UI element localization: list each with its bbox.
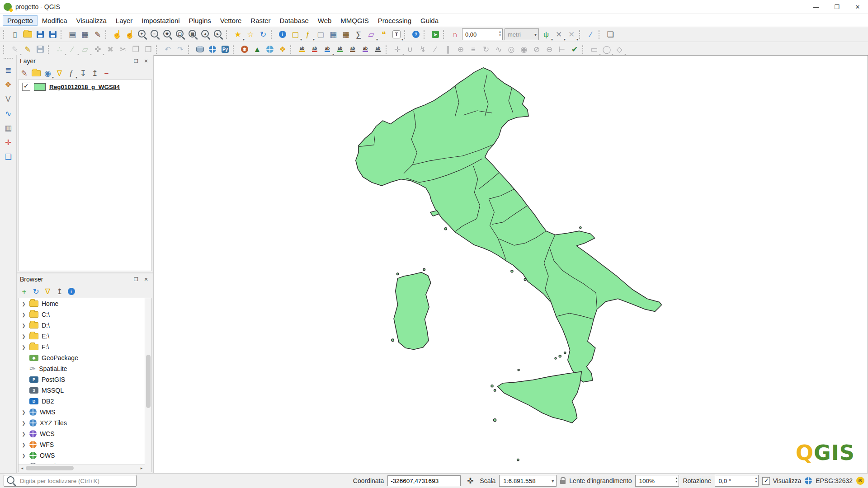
- move-label[interactable]: ab: [346, 43, 359, 56]
- save-project-as[interactable]: [47, 28, 59, 41]
- snapping-tolerance[interactable]: 0,00: [462, 28, 503, 40]
- add-raster-layer[interactable]: ▦: [2, 122, 14, 134]
- crs-status[interactable]: EPSG:32632: [816, 477, 853, 484]
- spinner-arrows-icon[interactable]: [499, 30, 501, 38]
- merge-features[interactable]: ⊕: [454, 43, 467, 56]
- expand-all[interactable]: ↧: [77, 68, 89, 79]
- browser-horizontal-scrollbar[interactable]: [19, 464, 145, 472]
- qgis2web-plugin[interactable]: [264, 43, 276, 56]
- digitize-polygon[interactable]: ▱: [79, 43, 91, 56]
- island-lampedusa[interactable]: [517, 459, 519, 461]
- open-attribute-table[interactable]: ▦: [327, 28, 340, 41]
- add-ring[interactable]: ◎: [505, 43, 518, 56]
- snapping-toggle[interactable]: ∩: [448, 28, 461, 41]
- pan-to-selection[interactable]: ☝: [123, 28, 136, 41]
- layer-diagram-options[interactable]: ab: [308, 43, 321, 56]
- new-project[interactable]: ▯: [9, 28, 21, 41]
- toggle-editing[interactable]: ✎: [21, 43, 34, 56]
- db-manager[interactable]: [193, 43, 206, 56]
- text-annotation[interactable]: T: [390, 28, 403, 41]
- menu-visualizza[interactable]: Visualizza: [72, 15, 111, 26]
- menu-raster[interactable]: Raster: [246, 15, 275, 26]
- add-curve-layer[interactable]: ∿: [2, 107, 14, 120]
- statistics-summary[interactable]: ∑: [352, 28, 365, 41]
- region-sicily[interactable]: [498, 371, 582, 423]
- add-part[interactable]: ◉: [518, 43, 530, 56]
- refresh-map[interactable]: ↻: [257, 28, 269, 41]
- expand-chevron-icon[interactable]: [21, 442, 26, 447]
- delete-part[interactable]: ⊖: [543, 43, 556, 56]
- menu-mmqgis[interactable]: MMQGIS: [336, 15, 373, 26]
- text-annotation-dropdown-arrow[interactable]: [401, 38, 403, 42]
- collapse-all-browser[interactable]: ↥: [54, 286, 65, 297]
- highlight-pinned-labels[interactable]: ab: [334, 43, 346, 56]
- field-calculator[interactable]: ▦: [340, 28, 352, 41]
- browser-item-xyz-tiles[interactable]: XYZ Tiles: [19, 418, 151, 428]
- pin-labels[interactable]: ab: [321, 43, 334, 56]
- refresh-browser[interactable]: ↻: [30, 286, 42, 297]
- browser-item-d[interactable]: D:\: [19, 320, 151, 331]
- island-tremiti[interactable]: [580, 227, 581, 229]
- tracing-toggle[interactable]: ψ: [540, 28, 552, 41]
- layer-name[interactable]: Reg01012018_g_WGS84: [49, 84, 120, 90]
- messages-icon[interactable]: [856, 477, 864, 485]
- scroll-left-icon[interactable]: [19, 466, 26, 470]
- vertex-tool[interactable]: ✛: [391, 43, 404, 56]
- new-print-layout[interactable]: ▤: [66, 28, 79, 41]
- new-bookmark[interactable]: ★: [231, 28, 244, 41]
- expand-chevron-icon[interactable]: [21, 410, 26, 415]
- show-bookmarks[interactable]: ☆: [244, 28, 257, 41]
- digitize-point[interactable]: ∴: [53, 43, 66, 56]
- scrollbar-thumb[interactable]: [146, 355, 151, 408]
- shape-ellipse[interactable]: ◯: [600, 43, 613, 56]
- data-source-manager[interactable]: ≣: [2, 64, 14, 76]
- browser-item-ows[interactable]: OWS: [19, 450, 151, 461]
- open-project[interactable]: [21, 28, 34, 41]
- measure-line[interactable]: ▱: [365, 28, 377, 41]
- georeferencer[interactable]: ❖: [276, 43, 289, 56]
- zoom-last[interactable]: ◂: [199, 28, 212, 41]
- chevron-down-icon[interactable]: [534, 32, 537, 37]
- add-group[interactable]: [30, 68, 42, 79]
- osm-place-search[interactable]: ➤: [429, 28, 442, 41]
- plugin-tool[interactable]: ✱: [238, 43, 251, 56]
- close-button[interactable]: ✕: [847, 0, 868, 14]
- processing-tools[interactable]: ❏: [2, 150, 14, 163]
- menu-processing[interactable]: Processing: [373, 15, 416, 26]
- layer-checkbox[interactable]: [22, 83, 30, 91]
- zoom-to-layer[interactable]: ▤: [187, 28, 199, 41]
- browser-properties[interactable]: i: [66, 286, 77, 297]
- checkbox-icon[interactable]: [762, 477, 770, 485]
- scroll-right-icon[interactable]: [138, 466, 145, 470]
- spinner-arrows-icon[interactable]: [755, 476, 758, 484]
- render-checkbox[interactable]: Visualizza: [762, 477, 801, 485]
- add-selected-layers[interactable]: +: [19, 286, 30, 297]
- menu-progetto[interactable]: Progetto: [3, 15, 38, 26]
- snapping-units[interactable]: metri: [505, 28, 539, 40]
- undo[interactable]: ↶: [161, 43, 174, 56]
- style-manager[interactable]: ✎: [91, 28, 104, 41]
- region-sardinia[interactable]: [394, 272, 431, 350]
- browser-item-postgis[interactable]: PPostGIS: [19, 374, 151, 385]
- menu-modifica[interactable]: Modifica: [38, 15, 72, 26]
- browser-item-mssql[interactable]: SMSSQL: [19, 385, 151, 396]
- island-ustica[interactable]: [518, 369, 519, 371]
- change-label[interactable]: ab: [372, 43, 384, 56]
- advanced-digitizing-a[interactable]: ✕: [552, 28, 565, 41]
- delete-selected[interactable]: ✖: [104, 43, 117, 56]
- browser-item-spatialite[interactable]: ✑SpatiaLite: [19, 363, 151, 374]
- menu-layer[interactable]: Layer: [111, 15, 137, 26]
- browser-item-geopackage[interactable]: ◆GeoPackage: [19, 352, 151, 363]
- save-layer-edits[interactable]: [34, 43, 47, 56]
- layer-panel-close-icon[interactable]: [142, 57, 150, 65]
- rotation-spin[interactable]: 0,0 °: [715, 475, 759, 487]
- island-aeolian-1[interactable]: [559, 355, 561, 357]
- move-feature[interactable]: ✜: [91, 43, 104, 56]
- browser-item-db2[interactable]: DDB2: [19, 396, 151, 407]
- remove-layer[interactable]: −: [101, 68, 112, 79]
- current-edits[interactable]: ✎: [9, 43, 21, 56]
- identify-features[interactable]: i: [276, 28, 289, 41]
- scrollbar-thumb-horizontal[interactable]: [26, 466, 74, 470]
- delete-ring[interactable]: ⊘: [530, 43, 543, 56]
- trim-extend[interactable]: ⊢: [556, 43, 568, 56]
